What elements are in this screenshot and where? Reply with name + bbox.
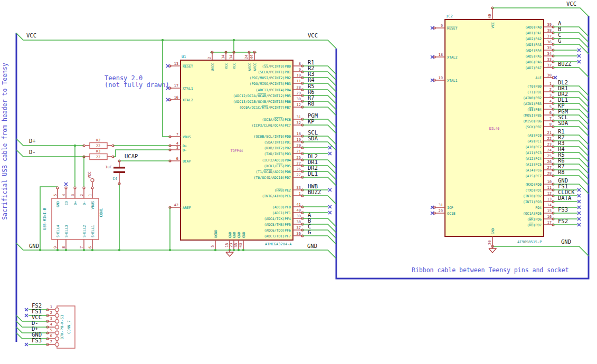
ic2-pin-number: 1 bbox=[549, 82, 552, 86]
ic2-pin-number: 3 bbox=[549, 93, 552, 98]
ic2-pin-name: (AD1)PA1 bbox=[525, 31, 542, 35]
conn7-pin-number: 6 bbox=[50, 334, 52, 338]
ic2-pin-number: 2 bbox=[549, 88, 552, 92]
note-ribbon-cable: Ribbon cable between Teensy pins and soc… bbox=[412, 266, 569, 274]
con1-reference: CON1 bbox=[99, 208, 103, 217]
ic2-pin-number: 26 bbox=[547, 160, 552, 164]
u1-pin-name: (PDO/MISO/PCINT3)PB3 bbox=[250, 82, 291, 86]
ic2-pin-number: 33 bbox=[547, 58, 552, 62]
ic2-pin-number: 24 bbox=[547, 148, 552, 152]
net-label-gnd: GND bbox=[307, 243, 317, 249]
ic2-pin-number: 5 bbox=[549, 105, 552, 109]
u1-pin-name: (ADC11/PCINT4)PB4 bbox=[255, 88, 291, 92]
u1-pin-name: (ADC12/OC1A/OC4B/PCINT12)PB5 bbox=[233, 94, 291, 98]
u1-pin-name: (RXD/INT2)PD2 bbox=[264, 146, 291, 150]
junction-dot bbox=[91, 249, 93, 251]
ic2-pin-name: (INT0)PD2 bbox=[523, 194, 542, 198]
c4-plate bbox=[113, 171, 125, 174]
schematic-svg: Sacrificial USB cable from header to Tee… bbox=[0, 0, 597, 364]
con1-pin-number: 5 bbox=[53, 194, 58, 196]
junction-dot bbox=[242, 249, 244, 251]
net-label-fs2: FS2 bbox=[558, 218, 568, 224]
u1-pin-name: (ADC7/TDI)PF7 bbox=[264, 234, 291, 238]
conn7-pin-number: 3 bbox=[50, 317, 52, 321]
net-label-gnd: GND bbox=[29, 243, 39, 249]
conn7-pin-number: 1 bbox=[50, 305, 52, 309]
ic2-pin-number: 34 bbox=[547, 52, 552, 56]
u1-pin-number: 13 bbox=[174, 62, 178, 66]
junction-dot bbox=[65, 249, 67, 251]
u1-pin-number: 21 bbox=[297, 149, 301, 154]
ic2-pin-name: (A14)PC6 bbox=[525, 168, 542, 173]
ic2-pin-number: 22 bbox=[547, 137, 552, 141]
ic2-pin-name: (WR)PD6 bbox=[527, 217, 542, 222]
u1-pin-name: (HWB)PE2 bbox=[274, 188, 291, 193]
u1-pin-name: AREF bbox=[183, 206, 191, 210]
u1-pin-number: 14 bbox=[221, 55, 225, 59]
conn7-pin-number: 7 bbox=[50, 340, 52, 344]
ic2-pin-name: PD4 bbox=[535, 206, 542, 210]
r2-value: 22 bbox=[96, 144, 100, 148]
u1-pin-number: 12 bbox=[297, 103, 301, 107]
net-label-g: G bbox=[558, 37, 561, 44]
ic2-pin-name: (AD0)PA0 bbox=[525, 25, 542, 30]
ic2-pin-name: (A12)PC4 bbox=[525, 157, 542, 161]
u1-pin-name: (ADC1)PF1 bbox=[272, 211, 291, 215]
ic2-pin-number: 21 bbox=[547, 131, 552, 135]
u1-pin-name: (T0/OC4D/ADC10)PD7 bbox=[254, 176, 291, 180]
ic2-pin-number: 39 bbox=[547, 23, 552, 27]
ic2-pin-name: (AIN0)PB2 bbox=[523, 96, 542, 100]
u1-footprint: TQFP44 bbox=[231, 149, 243, 153]
u1-pin-name: XTAL1 bbox=[183, 87, 193, 91]
u1-pin-name: GND bbox=[228, 232, 232, 238]
u1-pin-number: 41 bbox=[297, 203, 301, 207]
u1-pin-number: 35 bbox=[234, 243, 238, 247]
ic2-pin-name: (A10)PC2 bbox=[525, 145, 542, 149]
con1-pin-number: 3 bbox=[71, 194, 75, 196]
ic2-pin-number: 37 bbox=[547, 34, 552, 39]
u1-pin-number: 7 bbox=[176, 132, 178, 137]
net-label-r4: R4 bbox=[308, 76, 315, 83]
u1-pin-number: 6 bbox=[176, 157, 178, 161]
ic2-value: AT90S8515-P bbox=[517, 240, 542, 244]
u1-pin-number: 19 bbox=[297, 138, 301, 142]
u1-pin-number: 42 bbox=[174, 203, 178, 207]
u1-pin-name: (T1/OC4D/ADC9)PD6 bbox=[255, 170, 291, 174]
u1-pin-number: 37 bbox=[297, 226, 301, 230]
u1-pin-number: 27 bbox=[297, 173, 301, 177]
ic2-pin-name: (INT1)PD3 bbox=[523, 200, 542, 204]
ic2-pin-name: (AD4)PA4 bbox=[525, 49, 542, 53]
ic2-pin-name: VCC bbox=[491, 22, 495, 28]
con1-pin-number: 1 bbox=[88, 194, 92, 196]
junction-dot bbox=[238, 249, 240, 251]
ic2-pin-number: 6 bbox=[549, 111, 552, 115]
schematic-canvas: Sacrificial USB cable from header to Tee… bbox=[0, 0, 597, 364]
net-label-r8: R8 bbox=[558, 169, 565, 175]
u1-pin-number: 10 bbox=[297, 73, 301, 78]
ic2-pin-number: 16 bbox=[547, 215, 552, 219]
ic2-pin-number: 35 bbox=[547, 46, 552, 50]
con1-pin-number: 7 bbox=[80, 246, 84, 248]
u1-pin-number: 26 bbox=[297, 167, 301, 171]
u1-pin-name: D+ bbox=[183, 144, 187, 148]
con1-value: USB-MINI-B bbox=[43, 208, 47, 230]
conn7-reference: CONN_7 bbox=[67, 320, 71, 333]
u1-pin-name: (XCK1/CTS)PD5 bbox=[264, 164, 291, 168]
u1-pin-name: GND bbox=[237, 232, 241, 238]
u1-pin-number: 4 bbox=[176, 141, 178, 146]
junction-dot bbox=[214, 249, 216, 251]
net-label-r8: R8 bbox=[308, 100, 315, 107]
net-label-buzz: BUZZ bbox=[308, 189, 321, 195]
u1-pin-number: 38 bbox=[297, 220, 301, 224]
ic2-pin-name: (A13)PC5 bbox=[525, 162, 542, 167]
u1-pin-number: 30 bbox=[297, 97, 301, 101]
con1-pin-number: 9 bbox=[53, 246, 58, 248]
u1-pin-name: (INT6/AIN0)PE6 bbox=[262, 194, 291, 198]
net-label-fs3: FS3 bbox=[558, 206, 568, 213]
u1-pin-number: 17 bbox=[174, 84, 178, 88]
con1-pin-number: 6 bbox=[88, 246, 92, 248]
ic2-pin-number: 4 bbox=[549, 99, 552, 103]
c4-plate bbox=[113, 167, 125, 169]
ic2-pin-name: (OC1A)PD5 bbox=[523, 212, 542, 216]
u1-pin-number: 32 bbox=[297, 121, 301, 125]
